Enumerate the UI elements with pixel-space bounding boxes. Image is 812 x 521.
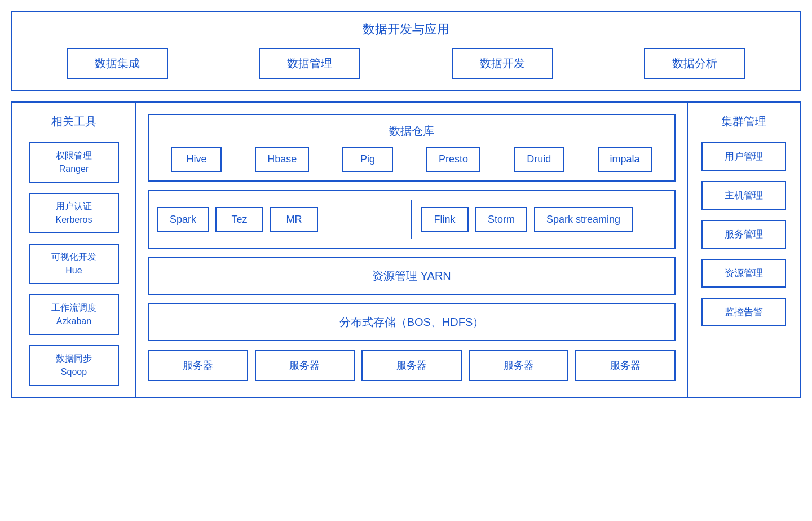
mgmt-user: 用户管理	[701, 142, 786, 171]
dw-items: Hive Hbase Pig Presto Druid impala	[157, 147, 666, 172]
server-4: 服务器	[469, 350, 569, 381]
box-shujukaifa: 数据开发	[452, 48, 553, 79]
left-col-title: 相关工具	[51, 114, 96, 129]
compute-storm: Storm	[475, 207, 527, 232]
dw-hive: Hive	[171, 147, 222, 172]
top-boxes: 数据集成 数据管理 数据开发 数据分析	[24, 48, 788, 79]
mid-col: 数据仓库 Hive Hbase Pig Presto Druid impala …	[136, 103, 687, 397]
mgmt-service: 服务管理	[701, 220, 786, 249]
compute-spark-streaming: Spark streaming	[534, 207, 633, 232]
tool-sqoop: 数据同步 Sqoop	[29, 345, 119, 386]
yarn-box: 资源管理 YARN	[148, 257, 676, 295]
server-3: 服务器	[361, 350, 462, 381]
tool-hue: 可视化开发 Hue	[29, 244, 119, 284]
tool-ranger: 权限管理 Ranger	[29, 142, 119, 183]
box-shujuguanli: 数据管理	[259, 48, 360, 79]
servers-row: 服务器 服务器 服务器 服务器 服务器	[148, 350, 676, 381]
mgmt-host: 主机管理	[701, 181, 786, 210]
top-title: 数据开发与应用	[24, 21, 788, 38]
bottom-section: 相关工具 权限管理 Ranger 用户认证 Kerberos 可视化开发 Hue…	[11, 101, 801, 398]
compute-left: Spark Tez MR	[157, 207, 403, 232]
dw-presto: Presto	[426, 147, 480, 172]
dw-box: 数据仓库 Hive Hbase Pig Presto Druid impala	[148, 114, 676, 182]
dw-druid: Druid	[514, 147, 564, 172]
main-wrapper: 数据开发与应用 数据集成 数据管理 数据开发 数据分析 相关工具 权限管理 Ra…	[11, 11, 801, 398]
server-1: 服务器	[148, 350, 248, 381]
compute-right: Flink Storm Spark streaming	[421, 207, 666, 232]
compute-mr: MR	[270, 207, 318, 232]
server-2: 服务器	[255, 350, 355, 381]
mgmt-resource: 资源管理	[701, 259, 786, 288]
dw-title: 数据仓库	[157, 123, 666, 139]
compute-tez: Tez	[215, 207, 263, 232]
tool-kerberos: 用户认证 Kerberos	[29, 193, 119, 233]
server-5: 服务器	[575, 350, 676, 381]
compute-spark: Spark	[157, 207, 209, 232]
right-col: 集群管理 用户管理 主机管理 服务管理 资源管理 监控告警	[687, 103, 800, 397]
left-col: 相关工具 权限管理 Ranger 用户认证 Kerberos 可视化开发 Hue…	[12, 103, 136, 397]
compute-box: Spark Tez MR Flink Storm Spark streaming	[148, 190, 676, 249]
top-section: 数据开发与应用 数据集成 数据管理 数据开发 数据分析	[11, 11, 801, 91]
box-shujufenxi: 数据分析	[644, 48, 745, 79]
box-shujujicheng: 数据集成	[67, 48, 168, 79]
right-col-title: 集群管理	[721, 114, 766, 129]
storage-box: 分布式存储（BOS、HDFS）	[148, 303, 676, 341]
tool-azkaban: 工作流调度 Azkaban	[29, 294, 119, 335]
compute-divider	[411, 200, 412, 239]
dw-hbase: Hbase	[255, 147, 309, 172]
compute-flink: Flink	[421, 207, 469, 232]
dw-impala: impala	[598, 147, 652, 172]
mgmt-monitor: 监控告警	[701, 298, 786, 326]
dw-pig: Pig	[342, 147, 393, 172]
